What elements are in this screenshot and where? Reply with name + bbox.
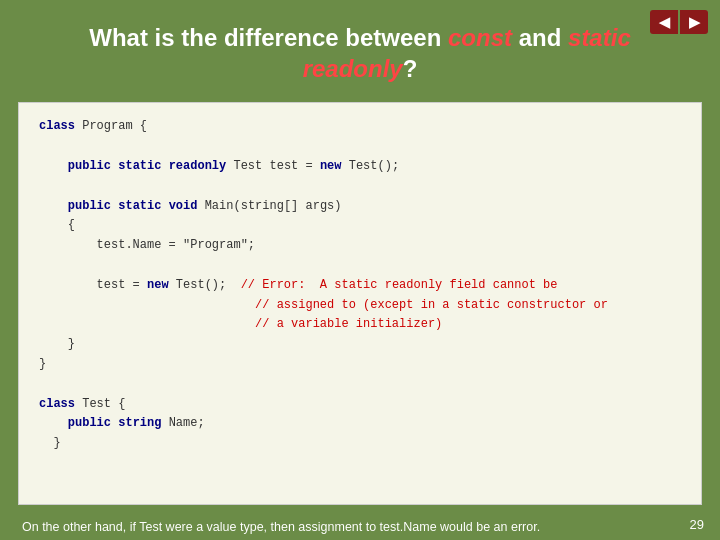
title-question: ? [403, 55, 418, 82]
nav-arrows: ◀ ▶ [650, 10, 708, 34]
prev-button[interactable]: ◀ [650, 10, 678, 34]
title-const: const [448, 24, 512, 51]
next-button[interactable]: ▶ [680, 10, 708, 34]
content-area: class Program { public static readonly T… [18, 102, 702, 504]
title-area: What is the difference between const and… [0, 0, 720, 102]
footer-text: On the other hand, if Test were a value … [18, 513, 702, 541]
title-part1: What is the difference between [89, 24, 448, 51]
page-number: 29 [690, 517, 704, 532]
title-and: and [512, 24, 568, 51]
slide-container: ◀ ▶ What is the difference between const… [0, 0, 720, 540]
code-block: class Program { public static readonly T… [39, 117, 681, 454]
slide-title: What is the difference between const and… [80, 22, 640, 84]
